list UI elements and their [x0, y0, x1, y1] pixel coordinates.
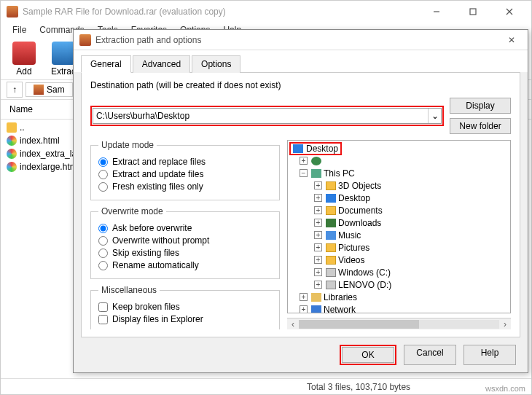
expand-icon[interactable]: +: [314, 219, 322, 227]
dialog-button-row: OK Cancel Help: [74, 337, 528, 372]
dialog-title: Extraction path and options: [95, 35, 501, 45]
folder-icon: [326, 206, 336, 215]
expand-icon[interactable]: +: [314, 256, 322, 264]
overwrite-mode-group: Overwrite mode Ask before overwrite Over…: [90, 206, 280, 279]
desktop-icon: [293, 144, 303, 153]
chrome-icon: [7, 149, 17, 159]
new-folder-button[interactable]: New folder: [450, 118, 511, 134]
tab-options[interactable]: Options: [192, 55, 240, 73]
toolbar-add[interactable]: Add: [5, 42, 43, 77]
folder-icon: [7, 122, 17, 133]
right-panel: Desktop + −This PC +3D Objects +Desktop …: [287, 140, 511, 329]
scroll-right-icon[interactable]: ›: [499, 319, 511, 329]
tree-3d-objects[interactable]: 3D Objects: [338, 181, 381, 191]
maximize-button[interactable]: [457, 1, 489, 22]
archive-tab[interactable]: Sam: [26, 82, 73, 97]
radio-fresh-existing[interactable]: Fresh existing files only: [98, 181, 272, 192]
help-button[interactable]: Help: [463, 345, 516, 365]
downloads-icon: [326, 219, 336, 227]
chevron-down-icon[interactable]: ⌄: [428, 109, 441, 123]
main-title: Sample RAR File for Download.rar (evalua…: [23, 7, 416, 17]
expand-icon[interactable]: +: [300, 157, 308, 165]
radio-extract-update[interactable]: Extract and update files: [98, 169, 272, 179]
drive-icon: [326, 268, 336, 277]
expand-icon[interactable]: +: [314, 281, 322, 289]
folder-icon: [326, 243, 336, 252]
minimize-button[interactable]: [420, 1, 453, 22]
drive-icon: [326, 281, 336, 289]
music-icon: [326, 231, 336, 240]
extraction-dialog: Extraction path and options ✕ General Ad…: [73, 29, 528, 373]
chrome-icon: [7, 136, 17, 146]
tree-music[interactable]: Music: [338, 230, 361, 240]
watermark: wsxdn.com: [485, 384, 525, 393]
tree-pictures[interactable]: Pictures: [338, 243, 369, 253]
collapse-icon[interactable]: −: [300, 169, 308, 177]
tree-windows-c[interactable]: Windows (C:): [338, 267, 391, 278]
radio-rename-auto[interactable]: Rename automatically: [98, 260, 272, 270]
close-icon[interactable]: ✕: [501, 35, 522, 45]
radio-skip-existing[interactable]: Skip existing files: [98, 248, 272, 258]
expand-icon[interactable]: +: [314, 268, 322, 276]
folder-icon: [326, 256, 336, 265]
tab-content: Destination path (will be created if doe…: [81, 72, 520, 337]
ok-button[interactable]: OK: [342, 347, 394, 363]
expand-icon[interactable]: +: [300, 293, 308, 301]
dialog-tabs: General Advanced Options: [74, 50, 528, 72]
radio-ask-before[interactable]: Ask before overwrite: [98, 223, 272, 233]
folder-icon: [326, 181, 336, 190]
horizontal-scrollbar[interactable]: ‹ ›: [287, 318, 511, 329]
menu-file[interactable]: File: [7, 23, 32, 39]
tree-lenovo-d[interactable]: LENOVO (D:): [338, 280, 391, 290]
left-panel: Update mode Extract and replace files Ex…: [90, 140, 280, 329]
destination-label: Destination path (will be created if doe…: [90, 80, 511, 90]
misc-group: Miscellaneous Keep broken files Display …: [90, 285, 280, 329]
column-name[interactable]: Name: [7, 103, 79, 116]
expand-icon[interactable]: +: [314, 181, 322, 189]
tree-desktop-highlight: Desktop: [289, 142, 342, 155]
main-titlebar: Sample RAR File for Download.rar (evalua…: [1, 1, 531, 23]
chrome-icon: [7, 162, 17, 172]
scroll-track[interactable]: [299, 320, 499, 329]
dialog-titlebar: Extraction path and options ✕: [74, 30, 528, 50]
user-icon: [311, 157, 321, 165]
ok-highlight: OK: [340, 345, 396, 365]
path-highlight: ⌄: [90, 106, 444, 126]
folder-tree[interactable]: Desktop + −This PC +3D Objects +Desktop …: [287, 140, 511, 313]
expand-icon[interactable]: +: [314, 206, 322, 214]
tree-videos[interactable]: Videos: [338, 255, 364, 265]
tree-libraries[interactable]: Libraries: [324, 292, 357, 302]
pc-icon: [311, 169, 321, 178]
check-keep-broken[interactable]: Keep broken files: [98, 302, 272, 312]
libraries-icon: [311, 293, 321, 302]
status-bar: Total 3 files, 103,710 bytes: [1, 378, 531, 394]
destination-path-combo[interactable]: ⌄: [93, 108, 442, 124]
tab-general[interactable]: General: [81, 55, 131, 73]
check-display-explorer[interactable]: Display files in Explorer: [98, 314, 272, 324]
tree-documents[interactable]: Documents: [338, 206, 383, 216]
update-mode-group: Update mode Extract and replace files Ex…: [90, 140, 280, 200]
expand-icon[interactable]: +: [300, 305, 308, 313]
app-icon: [7, 6, 18, 17]
cancel-button[interactable]: Cancel: [404, 345, 456, 365]
status-text: Total 3 files, 103,710 bytes: [307, 382, 410, 392]
expand-icon[interactable]: +: [314, 194, 322, 202]
display-button[interactable]: Display: [450, 98, 511, 114]
destination-path-input[interactable]: [93, 109, 428, 123]
app-icon: [79, 34, 91, 46]
scroll-thumb[interactable]: [299, 320, 419, 329]
svg-rect-0: [470, 9, 476, 15]
radio-overwrite-noprompt[interactable]: Overwrite without prompt: [98, 235, 272, 246]
tree-downloads[interactable]: Downloads: [338, 218, 381, 228]
expand-icon[interactable]: +: [314, 231, 322, 239]
up-button[interactable]: ↑: [7, 82, 23, 98]
close-button[interactable]: [493, 1, 525, 22]
tree-desktop[interactable]: Desktop: [338, 193, 370, 203]
tree-network[interactable]: Network: [324, 305, 356, 314]
scroll-left-icon[interactable]: ‹: [287, 319, 299, 329]
expand-icon[interactable]: +: [314, 243, 322, 251]
desktop-icon: [326, 194, 336, 203]
tab-advanced[interactable]: Advanced: [133, 55, 190, 73]
tree-this-pc[interactable]: This PC: [324, 168, 355, 179]
radio-extract-replace[interactable]: Extract and replace files: [98, 157, 272, 167]
